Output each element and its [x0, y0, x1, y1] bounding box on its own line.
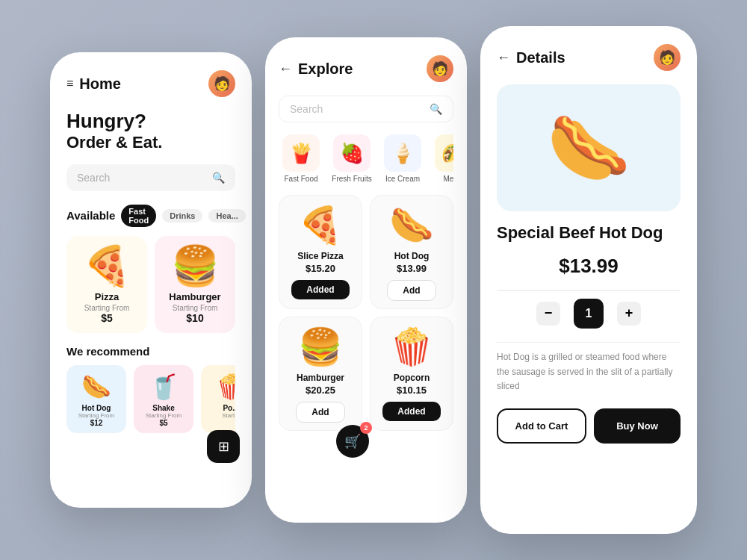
explore-top-bar: ← Explore 🧑 — [279, 55, 453, 82]
popcorn2-add-button[interactable]: Added — [382, 402, 440, 421]
search-icon: 🔍 — [212, 172, 225, 184]
menu-icon[interactable]: ≡ — [66, 77, 73, 90]
slicepizza-emoji: 🍕 — [298, 205, 343, 246]
pizza-emoji: 🍕 — [83, 246, 131, 285]
quantity-decrease-button[interactable]: − — [536, 302, 560, 326]
slicepizza-name: Slice Pizza — [297, 251, 343, 261]
categories-row: 🍟 Fast Food 🍓 Fresh Fruits 🍦 Ice Cream 🌮… — [279, 134, 453, 183]
fastfood-icon: 🍟 — [282, 134, 320, 172]
search-placeholder: Search — [77, 172, 110, 184]
fastfood-label: Fast Food — [284, 175, 317, 183]
explore-search-bar[interactable]: Search 🔍 — [279, 96, 453, 122]
hotdog2-add-button[interactable]: Add — [387, 280, 436, 301]
slicepizza-price: $15.20 — [306, 263, 335, 274]
hamburger2-add-button[interactable]: Add — [296, 402, 344, 423]
icecream-label: Ice Cream — [385, 175, 420, 183]
item-hotdog[interactable]: 🌭 Hot Dog $13.99 Add — [370, 195, 453, 309]
pizza-name: Pizza — [95, 291, 120, 302]
items-grid: 🍕 Slice Pizza $15.20 Added 🌭 Hot Dog $13… — [279, 195, 453, 431]
mexican-label: Mex... — [443, 175, 453, 183]
rec-popcorn[interactable]: 🍿 Po... Start... — [201, 365, 235, 433]
food-card-pizza[interactable]: 🍕 Pizza Starting From $5 — [66, 236, 147, 333]
buy-now-button[interactable]: Buy Now — [594, 408, 681, 444]
phone-explore: ← Explore 🧑 Search 🔍 🍟 Fast Food 🍓 Fresh… — [265, 37, 467, 523]
avatar[interactable]: 🧑 — [208, 70, 235, 97]
category-fastfood[interactable]: 🍟 Fast Food — [279, 134, 323, 183]
popcorn-emoji: 🍿 — [207, 373, 235, 401]
hamburger-price: $10 — [186, 312, 203, 324]
category-freshfruits[interactable]: 🍓 Fresh Fruits — [329, 134, 374, 183]
phone-home: ≡ Home 🧑 Hungry? Order & Eat. Search 🔍 A… — [50, 52, 252, 508]
rec-hotdog[interactable]: 🌭 Hot Dog Starting From $12 — [66, 365, 126, 433]
home-title: Home — [79, 75, 121, 93]
slicepizza-add-button[interactable]: Added — [291, 280, 349, 299]
popcorn2-name: Popcorn — [394, 373, 430, 383]
recommend-section: We recommend 🌭 Hot Dog Starting From $12… — [66, 345, 235, 433]
shake-sub: Starting From — [140, 412, 187, 419]
item-slicepizza[interactable]: 🍕 Slice Pizza $15.20 Added — [279, 195, 362, 309]
action-buttons: Add to Cart Buy Now — [497, 408, 681, 444]
details-back-button[interactable]: ← — [497, 50, 510, 66]
category-mexican[interactable]: 🌮 Mex... — [431, 134, 453, 183]
hero-line1: Hungry? — [66, 111, 235, 133]
divider — [497, 290, 681, 291]
rec-shake[interactable]: 🥤 Shake Starting From $5 — [134, 365, 193, 433]
cart-fab-button[interactable]: 🛒 2 — [336, 425, 369, 458]
hamburger-emoji: 🍔 — [171, 246, 220, 285]
hero-text: Hungry? Order & Eat. — [66, 111, 235, 152]
hamburger2-emoji: 🍔 — [298, 326, 343, 368]
explore-search-placeholder: Search — [290, 103, 323, 115]
popcorn2-emoji: 🍿 — [389, 326, 434, 368]
add-to-cart-button[interactable]: Add to Cart — [497, 408, 586, 444]
hotdog-price: $12 — [72, 419, 120, 427]
item-popcorn2[interactable]: 🍿 Popcorn $10.15 Added — [370, 317, 453, 431]
product-description: Hot Dog is a grilled or steamed food whe… — [497, 350, 681, 393]
recommend-title: We recommend — [66, 345, 235, 358]
hotdog2-emoji: 🌭 — [389, 205, 434, 246]
tag-health[interactable]: Hea... — [208, 209, 245, 223]
divider2 — [497, 342, 681, 343]
item-hamburger2[interactable]: 🍔 Hamburger $20.25 Add — [279, 317, 362, 431]
explore-title: Explore — [298, 60, 353, 78]
available-section: Available Fast Food Drinks Hea... 🍕 Pizz… — [66, 205, 235, 333]
available-header: Available Fast Food Drinks Hea... — [66, 205, 235, 227]
product-name: Special Beef Hot Dog — [497, 223, 681, 243]
pizza-price: $5 — [101, 312, 113, 324]
quantity-increase-button[interactable]: + — [617, 302, 641, 326]
tag-drinks[interactable]: Drinks — [162, 209, 202, 223]
shake-price: $5 — [140, 419, 187, 427]
details-title: Details — [516, 49, 565, 66]
hotdog-emoji: 🌭 — [72, 373, 120, 401]
hotdog-name: Hot Dog — [72, 404, 120, 412]
pizza-sub: Starting From — [84, 304, 130, 312]
recommend-row: 🌭 Hot Dog Starting From $12 🥤 Shake Star… — [66, 365, 235, 433]
freshfruits-icon: 🍓 — [333, 134, 371, 172]
avatar[interactable]: 🧑 — [427, 55, 453, 82]
search-bar[interactable]: Search 🔍 — [66, 164, 235, 191]
hamburger-name: Hamburger — [169, 291, 220, 302]
avatar[interactable]: 🧑 — [654, 44, 681, 71]
freshfruits-label: Fresh Fruits — [332, 175, 371, 183]
explore-back-button[interactable]: ← — [279, 61, 292, 77]
quantity-value: 1 — [574, 299, 604, 329]
hamburger2-price: $20.25 — [306, 385, 335, 396]
explore-search-icon: 🔍 — [430, 103, 442, 115]
home-top-left: ≡ Home — [66, 75, 121, 93]
tag-fastfood[interactable]: Fast Food — [121, 205, 156, 227]
hamburger2-name: Hamburger — [297, 373, 344, 383]
hotdog2-price: $13.99 — [397, 263, 427, 274]
product-emoji: 🌭 — [547, 109, 630, 187]
product-image: 🌭 — [497, 84, 681, 211]
category-icecream[interactable]: 🍦 Ice Cream — [380, 134, 425, 183]
product-price: $13.99 — [497, 255, 681, 278]
fab-button[interactable]: ⊞ — [207, 430, 240, 463]
available-title: Available — [66, 209, 115, 222]
popcorn-name: Po... — [207, 404, 235, 412]
popcorn2-price: $10.15 — [397, 385, 427, 396]
details-top-bar: ← Details 🧑 — [497, 44, 681, 71]
hero-line2: Order & Eat. — [66, 133, 235, 152]
quantity-control: − 1 + — [497, 299, 681, 329]
shake-emoji: 🥤 — [140, 373, 187, 401]
mexican-icon: 🌮 — [435, 134, 453, 172]
food-card-hamburger[interactable]: 🍔 Hamburger Starting From $10 — [155, 236, 235, 333]
